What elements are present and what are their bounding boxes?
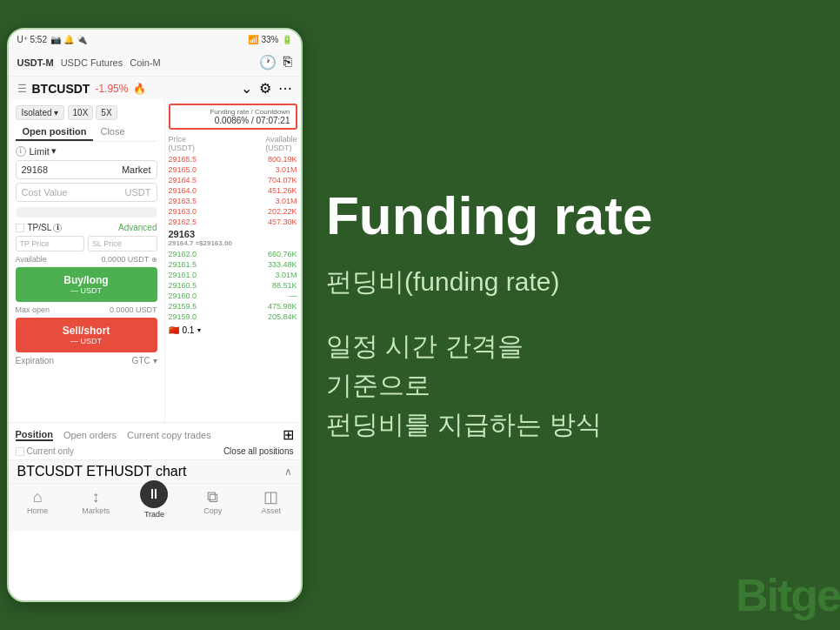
funding-rate-box: Funding rate / Countdown 0.0086% / 07:07… [169, 104, 297, 130]
open-position-tab[interactable]: Open position [16, 124, 94, 141]
share-icon[interactable]: ⎘ [283, 54, 292, 70]
buy-button[interactable]: Buy/long — USDT [16, 267, 157, 302]
ob-buy-row-7: 29159.0205.84K [169, 312, 297, 322]
bottom-nav: ⌂ Home ↕ Markets ⏸ Trade ⧉ Copy ◫ Asset [9, 483, 301, 531]
tpsl-checkbox[interactable] [16, 224, 24, 232]
tpsl-label: TP/SL ℹ [28, 223, 63, 232]
leverage-5x[interactable]: 5X [96, 105, 117, 120]
ob-buy-row-5: 29160.0— [169, 291, 297, 301]
buy-sub: — USDT [23, 286, 150, 295]
nav-trade[interactable]: ⏸ Trade [132, 489, 176, 527]
trade-icon: ⏸ [140, 480, 168, 508]
signal-icon: 📶 [248, 35, 258, 44]
current-only-checkbox[interactable] [16, 447, 24, 456]
advanced-link[interactable]: Advanced [118, 223, 157, 232]
order-type-label: Limit [30, 146, 50, 157]
expand-icon[interactable]: ⌄ [241, 80, 252, 97]
top-nav: USDT-M USDC Futures Coin-M 🕐 ⎘ [9, 49, 301, 77]
isolated-row: Isolated ▾ 10X 5X [16, 105, 157, 120]
open-orders-tab[interactable]: Open orders [63, 430, 117, 440]
desc-line1: 일정 시간 간격을 [326, 326, 805, 365]
expiration-arrow: ▾ [153, 356, 157, 365]
markets-icon: ↕ [92, 489, 100, 505]
current-only-label: Current only [27, 446, 74, 456]
funding-rate-label: Funding rate / Countdown [176, 108, 290, 116]
position-tab[interactable]: Position [16, 429, 53, 441]
ob-buy-row-1: 29162.0660.76K [169, 249, 297, 259]
expiration-value[interactable]: GTC ▾ [132, 356, 157, 365]
asset-label: Asset [262, 506, 282, 515]
ob-sell-row-2: 29165.03.01M [169, 164, 297, 175]
cost-placeholder: Cost Value [22, 187, 68, 198]
funding-rate-title: Funding rate [326, 186, 805, 245]
settings-icon[interactable]: ⚙ [259, 80, 271, 97]
fire-icon: 🔥 [133, 83, 146, 95]
sell-button[interactable]: Sell/short — USDT [16, 318, 157, 352]
nav-usdc-futures[interactable]: USDC Futures [61, 57, 123, 68]
order-type-row: ℹ Limit ▾ [16, 145, 157, 157]
ob-expand[interactable]: ▾ [197, 326, 201, 334]
ob-sell-row-4: 29164.0451.26K [169, 185, 297, 196]
phone-mockup: U⁺ 5:52 📷 🔔 🔌 📶 33% 🔋 USDT-M USDC Future… [7, 28, 303, 602]
desc-line3: 펀딩비를 지급하는 방식 [326, 405, 805, 444]
clock-icon[interactable]: 🕐 [259, 54, 277, 70]
ob-mid-price: 29163 29164.7 ≈$29163.00 [169, 227, 297, 249]
nav-markets[interactable]: ↕ Markets [74, 489, 117, 527]
market-label: Market [122, 164, 151, 175]
max-open-label: Max open [16, 305, 50, 314]
more-icon[interactable]: ⋯ [278, 80, 292, 97]
chart-chevron[interactable]: ∧ [284, 466, 292, 478]
ob-header: Price (USDT) Available (USDT) [169, 133, 297, 154]
cost-input[interactable]: Cost Value USDT [16, 183, 157, 202]
chart-label: BTCUSDT ETHUSDT chart [17, 464, 187, 479]
slider[interactable] [16, 207, 157, 218]
symbol-header: ☰ BTCUSDT -1.95% 🔥 ⌄ ⚙ ⋯ [9, 77, 301, 100]
nav-coin-m[interactable]: Coin-M [130, 57, 160, 68]
dropdown-arrow: ▾ [51, 145, 57, 157]
ob-value: 0.1 [183, 325, 195, 335]
bottom-tabs-area: Position Open orders Current copy trades… [9, 422, 301, 459]
trading-form: Isolated ▾ 10X 5X Open position Close ℹ [9, 100, 165, 422]
ob-sell-row-5: 29163.53.01M [169, 196, 297, 206]
order-type-select[interactable]: Limit ▾ [30, 145, 57, 157]
current-only-check: Current only [16, 446, 74, 456]
tp-price-input[interactable]: TP Price [16, 236, 85, 251]
description: 일정 시간 간격을 기준으로 펀딩비를 지급하는 방식 [326, 326, 805, 444]
nav-asset[interactable]: ◫ Asset [250, 489, 293, 527]
nav-home[interactable]: ⌂ Home [16, 489, 59, 527]
ob-sell-row-1: 29165.5800.19K [169, 154, 297, 164]
battery-text: 33% [261, 35, 278, 44]
copy-trades-tab[interactable]: Current copy trades [127, 430, 211, 440]
asset-icon: ◫ [263, 489, 278, 505]
chart-area: BTCUSDT ETHUSDT chart ∧ [9, 459, 301, 483]
cost-unit: USDT [125, 187, 151, 198]
leverage-10x[interactable]: 10X [68, 105, 94, 120]
close-all-button[interactable]: Close all positions [223, 446, 294, 456]
copy-label: Copy [203, 506, 222, 515]
sl-price-input[interactable]: SL Price [88, 236, 157, 251]
available-label: Available [16, 255, 47, 264]
flag-icon: 🇨🇳 [169, 325, 179, 335]
desc-line2: 기준으로 [326, 365, 805, 405]
tabs-icon[interactable]: ⊞ [283, 426, 294, 443]
expiration-label: Expiration [16, 356, 54, 365]
isolated-button[interactable]: Isolated ▾ [16, 105, 64, 120]
price-input[interactable]: 29168 Market [16, 160, 157, 179]
nav-usdt-m[interactable]: USDT-M [17, 57, 54, 68]
ob-sell-row-3: 29164.5704.07K [169, 175, 297, 185]
home-label: Home [27, 506, 48, 515]
order-book: Funding rate / Countdown 0.0086% / 07:07… [165, 100, 301, 422]
subtitle: 펀딩비(funding rate) [326, 264, 805, 300]
nav-copy[interactable]: ⧉ Copy [191, 489, 235, 527]
menu-icon[interactable]: ☰ [17, 83, 27, 95]
copy-icon: ⧉ [207, 489, 218, 505]
markets-label: Markets [82, 506, 110, 515]
symbol-name: BTCUSDT [32, 82, 90, 96]
price-value: 29168 [22, 164, 49, 175]
trade-label: Trade [144, 510, 164, 519]
close-tab[interactable]: Close [93, 124, 131, 141]
max-open-row: Max open 0.0000 USDT [16, 305, 157, 314]
home-icon: ⌂ [33, 489, 43, 505]
leverage-buttons: 10X 5X [68, 105, 117, 120]
symbol-change: -1.95% [95, 83, 128, 95]
